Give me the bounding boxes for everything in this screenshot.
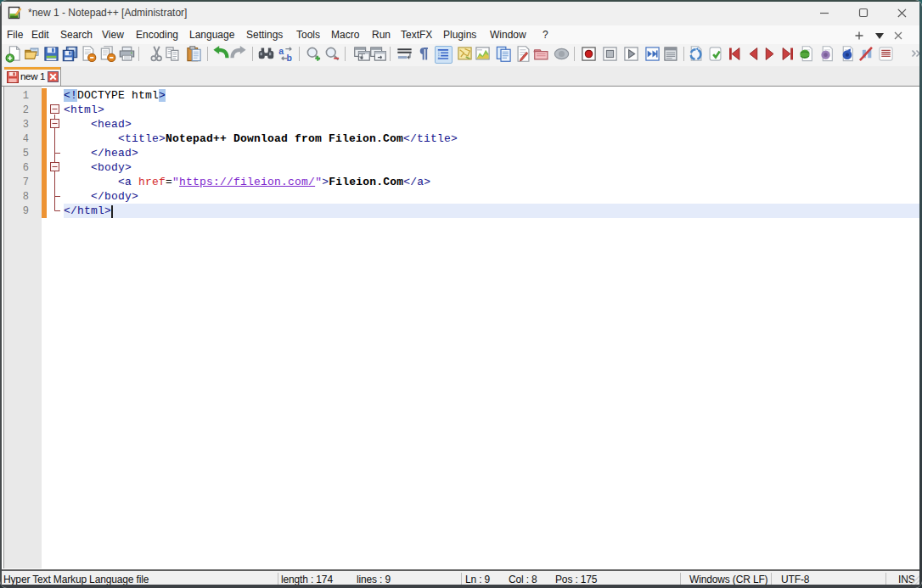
svg-text:b: b xyxy=(287,52,292,62)
svg-text:a: a xyxy=(278,45,284,55)
